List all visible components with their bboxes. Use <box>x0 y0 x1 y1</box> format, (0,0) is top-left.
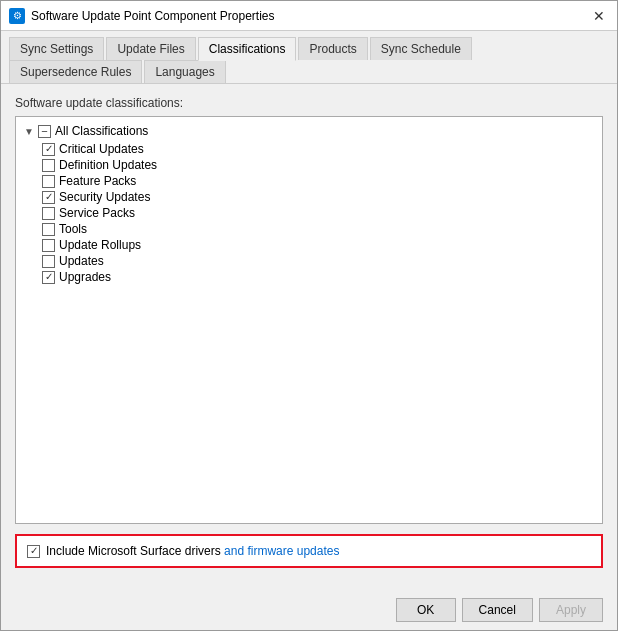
label-update-rollups: Update Rollups <box>59 238 141 252</box>
tree-children: Critical Updates Definition Updates Feat… <box>42 141 596 285</box>
tree-item-service-packs[interactable]: Service Packs <box>42 205 596 221</box>
tree-item-security-updates[interactable]: Security Updates <box>42 189 596 205</box>
checkbox-surface-drivers[interactable] <box>27 545 40 558</box>
tab-classifications[interactable]: Classifications <box>198 37 297 61</box>
classifications-tree: ▼ All Classifications Critical Updates D… <box>15 116 603 524</box>
ok-button[interactable]: OK <box>396 598 456 622</box>
checkbox-definition-updates[interactable] <box>42 159 55 172</box>
tree-item-definition-updates[interactable]: Definition Updates <box>42 157 596 173</box>
tree-item-critical-updates[interactable]: Critical Updates <box>42 141 596 157</box>
tree-item-tools[interactable]: Tools <box>42 221 596 237</box>
apply-button[interactable]: Apply <box>539 598 603 622</box>
tree-item-upgrades[interactable]: Upgrades <box>42 269 596 285</box>
tabs-bar: Sync Settings Update Files Classificatio… <box>1 31 617 84</box>
close-button[interactable]: ✕ <box>589 6 609 26</box>
label-tools: Tools <box>59 222 87 236</box>
tab-supersedence-rules[interactable]: Supersedence Rules <box>9 60 142 83</box>
label-upgrades: Upgrades <box>59 270 111 284</box>
tab-sync-schedule[interactable]: Sync Schedule <box>370 37 472 60</box>
checkbox-security-updates[interactable] <box>42 191 55 204</box>
tree-item-feature-packs[interactable]: Feature Packs <box>42 173 596 189</box>
surface-drivers-section: Include Microsoft Surface drivers and fi… <box>15 534 603 568</box>
tree-root-item[interactable]: ▼ All Classifications <box>22 123 596 139</box>
checkbox-critical-updates[interactable] <box>42 143 55 156</box>
tree-expander[interactable]: ▼ <box>22 124 36 138</box>
footer: OK Cancel Apply <box>1 590 617 630</box>
checkbox-update-rollups[interactable] <box>42 239 55 252</box>
section-label: Software update classifications: <box>15 96 603 110</box>
label-service-packs: Service Packs <box>59 206 135 220</box>
window-title: Software Update Point Component Properti… <box>31 9 589 23</box>
checkbox-all-classifications[interactable] <box>38 125 51 138</box>
surface-drivers-label: Include Microsoft Surface drivers and fi… <box>46 544 339 558</box>
label-updates: Updates <box>59 254 104 268</box>
tab-sync-settings[interactable]: Sync Settings <box>9 37 104 60</box>
tab-products[interactable]: Products <box>298 37 367 60</box>
cancel-button[interactable]: Cancel <box>462 598 533 622</box>
label-definition-updates: Definition Updates <box>59 158 157 172</box>
checkbox-feature-packs[interactable] <box>42 175 55 188</box>
main-window: ⚙ Software Update Point Component Proper… <box>0 0 618 631</box>
label-feature-packs: Feature Packs <box>59 174 136 188</box>
window-icon: ⚙ <box>9 8 25 24</box>
tree-root: ▼ All Classifications Critical Updates D… <box>22 123 596 285</box>
tab-update-files[interactable]: Update Files <box>106 37 195 60</box>
tree-item-update-rollups[interactable]: Update Rollups <box>42 237 596 253</box>
checkbox-upgrades[interactable] <box>42 271 55 284</box>
tab-languages[interactable]: Languages <box>144 60 225 83</box>
tab-content: Software update classifications: ▼ All C… <box>1 84 617 590</box>
all-classifications-label: All Classifications <box>55 124 148 138</box>
tree-item-updates[interactable]: Updates <box>42 253 596 269</box>
label-security-updates: Security Updates <box>59 190 150 204</box>
title-bar: ⚙ Software Update Point Component Proper… <box>1 1 617 31</box>
checkbox-service-packs[interactable] <box>42 207 55 220</box>
checkbox-updates[interactable] <box>42 255 55 268</box>
label-critical-updates: Critical Updates <box>59 142 144 156</box>
checkbox-tools[interactable] <box>42 223 55 236</box>
